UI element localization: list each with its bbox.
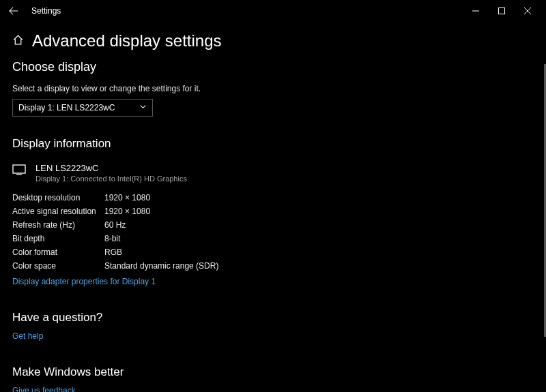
back-button[interactable] bbox=[5, 3, 22, 19]
page-header: Advanced display settings bbox=[12, 31, 534, 50]
info-value: 1920 × 1080 bbox=[104, 205, 150, 218]
titlebar-left: Settings bbox=[5, 3, 61, 19]
scrollbar[interactable] bbox=[543, 22, 546, 392]
page-title: Advanced display settings bbox=[32, 31, 222, 50]
info-label: Color format bbox=[12, 245, 104, 259]
table-row: Desktop resolution 1920 × 1080 bbox=[12, 191, 534, 205]
adapter-properties-link[interactable]: Display adapter properties for Display 1 bbox=[12, 277, 156, 286]
minimize-button[interactable] bbox=[463, 1, 489, 21]
monitor-icon bbox=[12, 163, 26, 179]
table-row: Color space Standard dynamic range (SDR) bbox=[12, 259, 534, 273]
maximize-icon bbox=[498, 7, 505, 14]
choose-display-subtitle: Select a display to view or change the s… bbox=[12, 84, 534, 93]
get-help-link[interactable]: Get help bbox=[12, 331, 43, 341]
monitor-connection: Display 1: Connected to Intel(R) HD Grap… bbox=[35, 175, 187, 183]
info-label: Active signal resolution bbox=[12, 205, 104, 218]
content-area: Advanced display settings Choose display… bbox=[0, 22, 546, 392]
home-icon[interactable] bbox=[12, 34, 24, 48]
info-value: RGB bbox=[104, 245, 122, 259]
monitor-info: LEN LS2223wC Display 1: Connected to Int… bbox=[35, 163, 187, 183]
feedback-section: Make Windows better Give us feedback bbox=[12, 365, 534, 392]
titlebar: Settings bbox=[0, 0, 546, 22]
question-section: Have a question? Get help bbox=[12, 311, 534, 341]
table-row: Active signal resolution 1920 × 1080 bbox=[12, 205, 534, 218]
app-title: Settings bbox=[31, 6, 61, 16]
info-label: Refresh rate (Hz) bbox=[12, 218, 104, 232]
monitor-row: LEN LS2223wC Display 1: Connected to Int… bbox=[12, 163, 534, 183]
back-arrow-icon bbox=[9, 6, 18, 16]
info-value: Standard dynamic range (SDR) bbox=[104, 259, 218, 273]
close-button[interactable] bbox=[515, 1, 541, 21]
chevron-down-icon bbox=[139, 103, 147, 112]
feedback-title: Make Windows better bbox=[12, 365, 534, 379]
table-row: Refresh rate (Hz) 60 Hz bbox=[12, 218, 534, 232]
display-info-title: Display information bbox=[12, 137, 534, 151]
choose-display-title: Choose display bbox=[12, 60, 534, 74]
info-value: 60 Hz bbox=[104, 218, 126, 232]
monitor-name: LEN LS2223wC bbox=[35, 163, 187, 173]
svg-rect-0 bbox=[499, 8, 505, 14]
display-info-table: Desktop resolution 1920 × 1080 Active si… bbox=[12, 191, 534, 273]
svg-rect-1 bbox=[13, 165, 25, 173]
feedback-link[interactable]: Give us feedback bbox=[12, 386, 76, 392]
close-icon bbox=[524, 7, 531, 14]
table-row: Color format RGB bbox=[12, 245, 534, 259]
info-label: Bit depth bbox=[12, 232, 104, 245]
info-label: Desktop resolution bbox=[12, 191, 104, 205]
display-selector-value: Display 1: LEN LS2223wC bbox=[18, 103, 115, 112]
info-label: Color space bbox=[12, 259, 104, 273]
display-selector-dropdown[interactable]: Display 1: LEN LS2223wC bbox=[12, 99, 153, 117]
minimize-icon bbox=[472, 7, 479, 14]
maximize-button[interactable] bbox=[489, 1, 515, 21]
info-value: 1920 × 1080 bbox=[104, 191, 150, 205]
info-value: 8-bit bbox=[104, 232, 120, 245]
question-title: Have a question? bbox=[12, 311, 534, 325]
window-controls bbox=[463, 1, 541, 21]
table-row: Bit depth 8-bit bbox=[12, 232, 534, 245]
